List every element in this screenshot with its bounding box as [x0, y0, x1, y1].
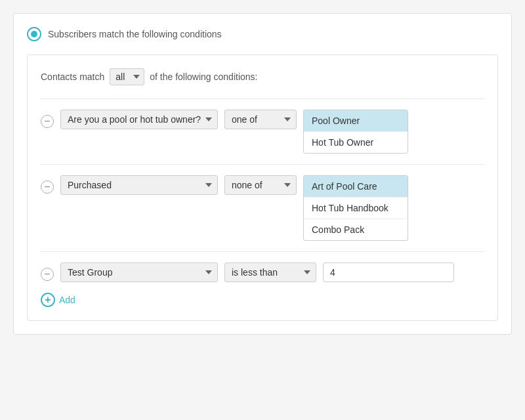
condition-2-field-select[interactable]: Purchased	[60, 175, 218, 195]
condition-2-value-hot-tub-handbook[interactable]: Hot Tub Handbook	[304, 198, 408, 219]
remove-condition-2-button[interactable]: −	[41, 180, 54, 194]
remove-condition-3-button[interactable]: −	[41, 268, 54, 281]
contacts-match-row: Contacts match all any of the following …	[41, 68, 484, 85]
condition-row-3: − Test Group is is not is less than is g…	[41, 262, 484, 282]
condition-1-operator-select[interactable]: one of none of is is not	[224, 110, 297, 129]
condition-2-value-art-of-pool-care[interactable]: Art of Pool Care	[304, 176, 408, 198]
condition-2-values: Art of Pool Care Hot Tub Handbook Combo …	[303, 175, 408, 241]
condition-1-values: Pool Owner Hot Tub Owner	[303, 110, 408, 154]
condition-1-value-pool-owner[interactable]: Pool Owner	[304, 110, 408, 132]
add-row: + Add	[41, 293, 484, 307]
condition-1-field-select[interactable]: Are you a pool or hot tub owner?	[60, 110, 218, 129]
condition-1-value-hot-tub-owner[interactable]: Hot Tub Owner	[304, 132, 408, 153]
condition-3-field-select[interactable]: Test Group	[60, 262, 218, 282]
divider-2	[41, 164, 484, 165]
condition-3-value-input[interactable]	[323, 262, 454, 282]
divider-3	[41, 251, 484, 252]
conditions-box: Contacts match all any of the following …	[27, 54, 498, 321]
condition-3-operator-select[interactable]: is is not is less than is greater than	[224, 262, 316, 282]
contacts-match-prefix: Contacts match	[41, 72, 104, 82]
remove-condition-1-button[interactable]: −	[41, 115, 54, 128]
header-icon-inner	[31, 31, 37, 37]
match-select[interactable]: all any	[110, 68, 144, 85]
page-container: Subscribers match the following conditio…	[13, 13, 512, 335]
condition-row-2: − Purchased one of none of is is not Art…	[41, 175, 484, 241]
header-text: Subscribers match the following conditio…	[48, 29, 222, 39]
add-condition-button[interactable]: Add	[59, 295, 75, 305]
contacts-match-suffix: of the following conditions:	[150, 72, 257, 82]
divider-1	[41, 98, 484, 99]
condition-row-1: − Are you a pool or hot tub owner? one o…	[41, 110, 484, 154]
condition-2-value-combo-pack[interactable]: Combo Pack	[304, 219, 408, 240]
header-icon	[27, 27, 41, 41]
add-condition-icon[interactable]: +	[41, 293, 55, 307]
header-row: Subscribers match the following conditio…	[27, 27, 498, 41]
condition-2-operator-select[interactable]: one of none of is is not	[224, 175, 297, 195]
